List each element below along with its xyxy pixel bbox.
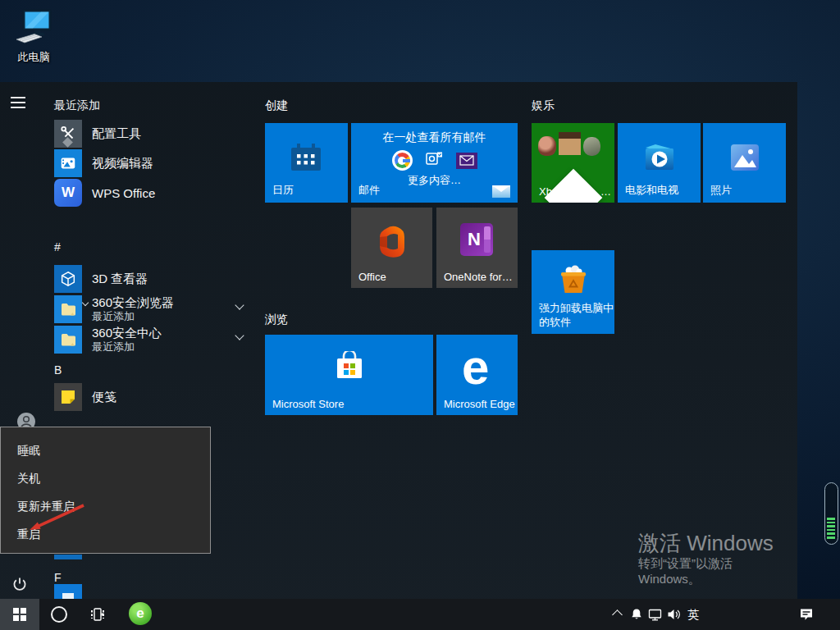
tile-mail[interactable]: 在一处查看所有邮件 更多内容… 邮件 xyxy=(351,123,518,203)
tile-microsoft-store[interactable]: Microsoft Store xyxy=(265,335,433,415)
outlook-icon xyxy=(425,150,444,171)
mail-banner-text: 在一处查看所有邮件 xyxy=(351,130,518,145)
app-label: 360安全中心 xyxy=(92,326,162,340)
red-arrow-annotation xyxy=(20,497,95,540)
browser-360-button[interactable]: e xyxy=(129,602,152,625)
taskbar: e 英 9:41 2020/9/19 星期六 xyxy=(0,599,840,630)
tile-movies-tv[interactable]: 电影和电视 xyxy=(618,123,701,203)
windows-logo-icon xyxy=(13,608,27,622)
app-row-360-center[interactable]: 360安全中心 最近添加 xyxy=(54,326,251,354)
app-row-wps-office[interactable]: W WPS Office xyxy=(54,179,155,207)
tile-label: 日历 xyxy=(272,183,294,198)
folder-icon xyxy=(54,326,82,354)
app-row-config-tools[interactable]: 配置工具 xyxy=(54,120,141,148)
network-icon[interactable] xyxy=(648,608,662,624)
app-icon-fragment xyxy=(54,555,82,559)
chevron-down-icon[interactable] xyxy=(235,300,244,309)
tile-onenote[interactable]: N OneNote for… xyxy=(436,208,518,288)
language-indicator[interactable]: 英 xyxy=(687,608,699,623)
uninstaller-icon xyxy=(557,263,590,299)
menu-item-shutdown[interactable]: 关机 xyxy=(17,472,40,484)
tile-calendar[interactable]: 日历 xyxy=(265,123,348,203)
google-icon xyxy=(392,150,413,171)
store-icon xyxy=(334,351,365,384)
activate-windows-subtitle: 转到“设置”以激活 Windows。 xyxy=(638,556,797,587)
app-label: 360安全浏览器 xyxy=(92,295,174,310)
photos-icon xyxy=(729,143,760,176)
windows-desktop: 此电脑 最近添加 配置工具 xyxy=(0,0,840,630)
tile-label: OneNote for… xyxy=(444,271,513,283)
group-header-create[interactable]: 创建 xyxy=(265,98,288,113)
section-header-f[interactable]: F xyxy=(54,571,62,584)
accelerator-stripes-icon xyxy=(827,518,835,540)
app-row-video-editor[interactable]: 视频编辑器 xyxy=(54,149,153,177)
menu-item-sleep[interactable]: 睡眠 xyxy=(17,445,40,456)
activate-windows-title: 激活 Windows xyxy=(638,529,774,558)
notification-bell-icon[interactable] xyxy=(630,608,643,624)
video-editor-icon xyxy=(54,149,82,177)
tile-photos[interactable]: 照片 xyxy=(703,123,786,203)
chevron-down-icon[interactable] xyxy=(235,331,244,340)
calendar-icon xyxy=(288,141,324,179)
browser-e-glyph: e xyxy=(136,605,144,622)
tile-uninstaller[interactable]: 强力卸载电脑中 的软件 xyxy=(532,250,614,334)
recent-added-header: 最近添加 xyxy=(54,98,100,113)
tile-label: 邮件 xyxy=(358,183,380,198)
edge-icon: e xyxy=(462,343,489,392)
tile-label: 照片 xyxy=(710,183,732,198)
app-sub-label: 最近添加 xyxy=(92,310,174,323)
xbox-avatar-1 xyxy=(538,136,556,156)
app-label: 3D 查看器 xyxy=(92,272,148,287)
app-sub-label: 最近添加 xyxy=(92,340,162,354)
action-center-icon[interactable] xyxy=(799,608,814,624)
purple-mail-icon xyxy=(456,153,477,169)
this-pc-label: 此电脑 xyxy=(10,50,57,65)
tile-label: Microsoft Edge xyxy=(444,398,515,410)
tray-chevron-up-icon[interactable] xyxy=(612,609,623,620)
tile-xbox[interactable]: Xbox … xyxy=(532,123,614,203)
accelerator-widget[interactable] xyxy=(824,482,838,545)
tile-label: 强力卸载电脑中 的软件 xyxy=(539,301,614,329)
xbox-avatar-3 xyxy=(583,137,600,156)
app-row-sticky-notes[interactable]: 便笺 xyxy=(54,383,116,411)
onenote-icon: N xyxy=(460,223,493,256)
mail-envelope-icon xyxy=(492,185,510,198)
hamburger-icon[interactable] xyxy=(11,97,25,112)
tile-label: 电影和电视 xyxy=(625,183,678,198)
sticky-notes-icon xyxy=(54,383,82,411)
tile-label: Microsoft Store xyxy=(272,398,344,410)
app-label: WPS Office xyxy=(92,186,155,200)
speaker-icon[interactable] xyxy=(667,608,681,624)
xbox-avatar-2 xyxy=(559,132,581,155)
app-icon-partial xyxy=(54,584,82,599)
this-pc-icon xyxy=(13,34,54,48)
tile-microsoft-edge[interactable]: e Microsoft Edge xyxy=(436,335,518,415)
3d-viewer-icon xyxy=(54,265,82,293)
app-row-360-browser[interactable]: 360安全浏览器 最近添加 xyxy=(54,295,251,323)
movies-tv-icon xyxy=(642,141,677,177)
tile-label: Xbox xyxy=(539,185,564,198)
cortana-button[interactable] xyxy=(51,606,67,623)
section-header-b[interactable]: B xyxy=(54,363,62,377)
tile-label: Office xyxy=(358,271,386,283)
task-view-button[interactable] xyxy=(89,606,106,626)
app-row-3d-viewer[interactable]: 3D 查看器 xyxy=(54,265,148,293)
group-header-entertainment[interactable]: 娱乐 xyxy=(532,98,555,113)
wps-office-icon: W xyxy=(54,179,82,207)
section-header-hash[interactable]: # xyxy=(54,240,61,253)
group-header-browse[interactable]: 浏览 xyxy=(265,313,288,327)
office-icon xyxy=(376,224,409,263)
start-button[interactable] xyxy=(0,599,39,630)
config-tools-icon xyxy=(54,120,82,148)
tile-office[interactable]: Office xyxy=(351,208,432,288)
power-icon[interactable] xyxy=(11,576,28,592)
app-label: 便笺 xyxy=(92,390,116,405)
app-label: 配置工具 xyxy=(92,126,141,142)
folder-icon xyxy=(54,295,82,323)
this-pc-desktop-icon[interactable]: 此电脑 xyxy=(10,8,57,65)
user-icon[interactable] xyxy=(17,413,35,427)
tile-label-ellipsis: … xyxy=(600,185,611,198)
app-label: 视频编辑器 xyxy=(92,156,153,171)
